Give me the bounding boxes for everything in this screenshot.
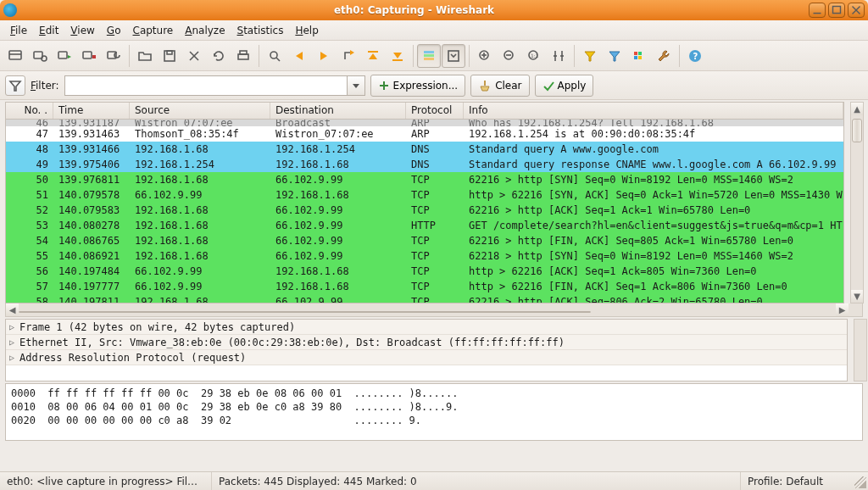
svg-marker-21	[296, 52, 303, 60]
table-row[interactable]: 46139.931187Wistron_07:07:eeBroadcastARP…	[6, 120, 843, 126]
table-row[interactable]: 51140.07957866.102.9.99192.168.1.68TCPht…	[6, 187, 843, 203]
filter-dropdown-button[interactable]	[347, 75, 365, 96]
packet-list[interactable]: No. . Time Source Destination Protocol I…	[5, 102, 844, 303]
window-close-button[interactable]	[848, 3, 865, 18]
col-no[interactable]: No. .	[6, 103, 53, 119]
go-last-button[interactable]	[386, 44, 409, 68]
minimize-icon	[810, 2, 825, 19]
app-icon	[3, 3, 17, 17]
details-row[interactable]: ▷Frame 1 (42 bytes on wire, 42 bytes cap…	[6, 320, 847, 335]
x-icon	[186, 47, 203, 64]
nic-stop-icon	[81, 47, 97, 64]
menu-edit[interactable]: Edit	[34, 23, 64, 38]
chevron-down-icon	[352, 81, 360, 90]
reload-button[interactable]	[207, 44, 231, 68]
colorize-button[interactable]	[417, 44, 441, 68]
filter-input[interactable]	[64, 75, 347, 96]
filter-bookmark-button[interactable]	[5, 75, 25, 96]
expand-icon[interactable]: ▷	[9, 353, 19, 362]
colorize-icon	[420, 47, 437, 64]
packet-list-vscroll[interactable]: ▲ ▼	[850, 102, 864, 303]
table-row[interactable]: 47139.931463ThomsonT_08:35:4fWistron_07:…	[6, 126, 843, 142]
close-button[interactable]	[182, 44, 206, 68]
col-time[interactable]: Time	[53, 103, 130, 119]
hex-row: 0020 00 00 00 00 00 00 c0 a8 39 02 .....…	[11, 415, 857, 428]
details-row[interactable]: ▷Ethernet II, Src: Vmware_38:eb:0e (00:0…	[6, 335, 847, 350]
menu-go[interactable]: Go	[102, 23, 126, 38]
zoom-reset-button[interactable]: 1:1	[522, 44, 546, 68]
go-forward-button[interactable]	[312, 44, 336, 68]
capture-filters-button[interactable]	[578, 44, 602, 68]
scroll-up-icon[interactable]: ▲	[851, 103, 863, 115]
col-source[interactable]: Source	[130, 103, 270, 119]
capture-stop-button[interactable]	[77, 44, 101, 68]
interfaces-button[interactable]	[3, 44, 27, 68]
print-button[interactable]	[231, 44, 255, 68]
menu-statistics[interactable]: Statistics	[232, 23, 289, 38]
table-row[interactable]: 57140.19777766.102.9.99192.168.1.68TCPht…	[6, 279, 843, 294]
filter-entry	[64, 75, 365, 96]
capture-restart-button[interactable]	[102, 44, 125, 68]
table-row[interactable]: 54140.086765192.168.1.6866.102.9.99TCP62…	[6, 233, 843, 248]
zoom-out-button[interactable]	[498, 44, 521, 68]
menu-capture[interactable]: Capture	[127, 23, 178, 38]
autoscroll-button[interactable]	[442, 44, 465, 68]
packet-list-body[interactable]: 46139.931187Wistron_07:07:eeBroadcastARP…	[6, 120, 843, 303]
details-vscroll[interactable]	[854, 319, 867, 381]
scroll-down-icon[interactable]: ▼	[851, 290, 863, 303]
details-row[interactable]: ▷Address Resolution Protocol (request)	[6, 350, 847, 365]
scroll-left-icon[interactable]: ◀	[6, 303, 19, 316]
expand-icon[interactable]: ▷	[9, 337, 19, 347]
table-row[interactable]: 49139.975406192.168.1.254192.168.1.68DNS…	[6, 157, 843, 172]
svg-rect-4	[9, 51, 21, 59]
display-filters-button[interactable]	[603, 44, 626, 68]
hex-row: 0000 ff ff ff ff ff ff 00 0c 29 38 eb 0e…	[11, 387, 857, 401]
table-row[interactable]: 52140.079583192.168.1.6866.102.9.99TCP62…	[6, 203, 843, 218]
window-maximize-button[interactable]	[828, 3, 845, 18]
help-button[interactable]: ?	[683, 44, 707, 68]
col-destination[interactable]: Destination	[270, 103, 406, 119]
resize-columns-button[interactable]	[547, 44, 570, 68]
svg-marker-23	[350, 50, 354, 55]
close-icon	[849, 2, 864, 19]
scroll-right-icon[interactable]: ▶	[836, 303, 849, 316]
table-row[interactable]: 53140.080278192.168.1.6866.102.9.99HTTPG…	[6, 218, 843, 233]
svg-rect-18	[240, 51, 247, 54]
menu-view[interactable]: View	[65, 23, 99, 38]
hscroll-thumb[interactable]	[19, 311, 591, 313]
expand-icon[interactable]: ▷	[9, 322, 19, 331]
menu-help[interactable]: Help	[290, 23, 323, 38]
table-row[interactable]: 55140.086921192.168.1.6866.102.9.99TCP62…	[6, 248, 843, 264]
coloring-rules-button[interactable]	[627, 44, 651, 68]
scroll-thumb[interactable]	[852, 119, 862, 142]
table-row[interactable]: 56140.19748466.102.9.99192.168.1.68TCPht…	[6, 264, 843, 279]
menu-analyze[interactable]: Analyze	[180, 23, 230, 38]
table-row[interactable]: 48139.931466192.168.1.68192.168.1.254DNS…	[6, 142, 843, 157]
go-back-button[interactable]	[287, 44, 311, 68]
clear-button[interactable]: Clear	[470, 75, 529, 97]
expression-button[interactable]: Expression...	[370, 75, 466, 97]
menubar: File Edit View Go Capture Analyze Statis…	[0, 20, 868, 41]
col-protocol[interactable]: Protocol	[406, 103, 464, 119]
col-info[interactable]: Info	[464, 103, 843, 119]
go-to-button[interactable]	[337, 44, 360, 68]
table-row[interactable]: 50139.976811192.168.1.6866.102.9.99TCP62…	[6, 172, 843, 187]
preferences-button[interactable]	[652, 44, 676, 68]
capture-start-button[interactable]	[53, 44, 76, 68]
svg-point-19	[270, 52, 277, 58]
window-minimize-button[interactable]	[809, 3, 826, 18]
details-pane[interactable]: ▷Frame 1 (42 bytes on wire, 42 bytes cap…	[5, 319, 848, 381]
go-first-button[interactable]	[361, 44, 385, 68]
save-button[interactable]	[158, 44, 181, 68]
apply-button[interactable]: Apply	[535, 75, 594, 97]
open-button[interactable]	[133, 44, 157, 68]
svg-rect-45	[634, 56, 637, 59]
resize-grip[interactable]	[854, 476, 866, 488]
hex-pane[interactable]: 0000 ff ff ff ff ff ff 00 0c 29 38 eb 0e…	[5, 383, 863, 441]
table-row[interactable]: 58140.197811192.168.1.6866.102.9.99TCP62…	[6, 294, 843, 303]
find-button[interactable]	[263, 44, 287, 68]
capture-options-button[interactable]	[28, 44, 52, 68]
zoom-in-button[interactable]	[473, 44, 497, 68]
menu-file[interactable]: File	[5, 23, 32, 38]
packet-list-hscroll[interactable]: ◀ ▶	[5, 303, 863, 317]
